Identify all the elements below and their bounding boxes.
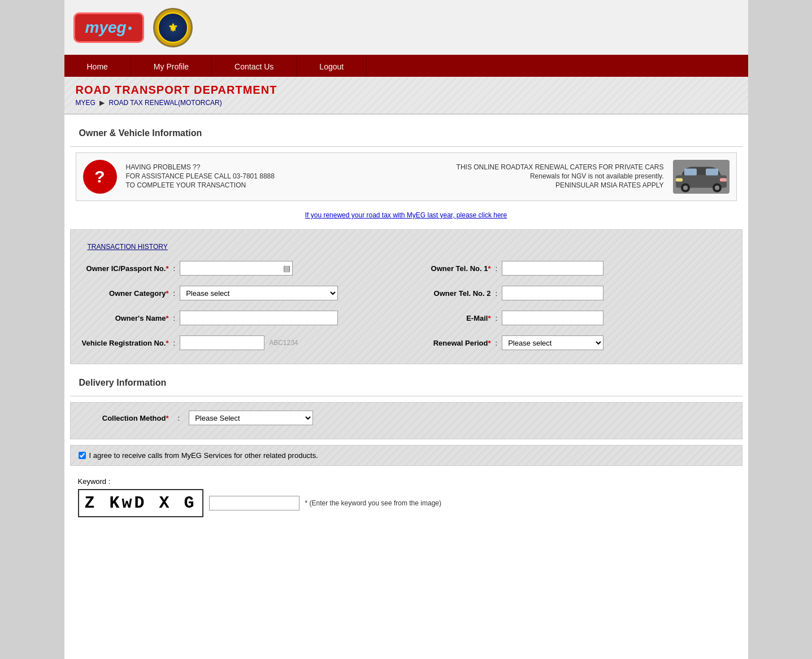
nav-contact-us[interactable]: Contact Us	[212, 56, 297, 77]
right-line2: Renewals for NGV is not available presen…	[400, 172, 664, 180]
svg-point-4	[683, 186, 688, 190]
owner-name-input[interactable]	[180, 311, 338, 325]
nav-home[interactable]: Home	[64, 56, 131, 77]
email-label: E-Mail*	[412, 314, 491, 322]
info-box: ? HAVING PROBLEMS ?? FOR ASSISTANCE PLEA…	[76, 152, 737, 201]
colon: :	[496, 264, 498, 273]
captcha-text: Z KwD X G	[85, 494, 197, 513]
owner-ic-input-wrapper: ▤	[180, 261, 293, 276]
owner-tel2-input[interactable]	[502, 286, 603, 300]
owner-category-select[interactable]: Please select	[180, 286, 338, 300]
logo-dot: ●	[128, 23, 132, 32]
agreement-checkbox-row: I agree to receive calls from MyEG Servi…	[70, 445, 742, 466]
delivery-section: Delivery Information	[70, 370, 742, 396]
delivery-section-title: Delivery Information	[70, 370, 742, 396]
info-right: THIS ONLINE ROADTAX RENEWAL CATERS FOR P…	[400, 163, 664, 190]
captcha-input[interactable]	[209, 496, 299, 510]
captcha-hint: * (Enter the keyword you see from the im…	[305, 499, 441, 507]
colon: :	[496, 314, 498, 322]
id-card-icon: ▤	[283, 264, 290, 273]
owner-ic-label: Owner IC/Passport No.*	[79, 264, 169, 273]
owner-tel1-input[interactable]	[502, 261, 603, 276]
vehicle-reg-row: Vehicle Registration No.* : ABC1234	[79, 335, 401, 350]
myeg-logo: myeg ●	[73, 12, 145, 43]
transaction-history-link-row: TRANSACTION HISTORY	[79, 238, 734, 255]
nav-my-profile[interactable]: My Profile	[131, 56, 212, 77]
navigation-bar: Home My Profile Contact Us Logout	[64, 56, 748, 77]
owner-tel1-row: Owner Tel. No. 1* :	[412, 261, 734, 276]
form-left-column: Owner IC/Passport No.* : ▤ Owner Categor…	[79, 261, 401, 356]
colon: :	[496, 289, 498, 298]
owner-category-label: Owner Category*	[79, 289, 169, 298]
email-row: E-Mail* :	[412, 311, 734, 325]
collection-method-row: Collection Method* : Please Select	[79, 411, 734, 425]
email-input[interactable]	[502, 311, 603, 325]
renewal-period-select[interactable]: Please select	[502, 335, 603, 350]
question-mark: ?	[94, 167, 105, 186]
owner-ic-input[interactable]	[180, 261, 293, 276]
owner-tel2-label: Owner Tel. No. 2	[412, 289, 491, 298]
vehicle-reg-group: ABC1234	[180, 335, 298, 350]
colon: :	[173, 314, 176, 322]
breadcrumb: MYEG ▶ ROAD TAX RENEWAL(MOTORCAR)	[76, 99, 737, 107]
collection-method-select[interactable]: Please Select	[189, 411, 313, 425]
nav-logout[interactable]: Logout	[297, 56, 367, 77]
colon: :	[178, 414, 180, 422]
question-icon: ?	[83, 160, 117, 194]
keyword-label: Keyword :	[78, 477, 735, 486]
click-here-section: If you renewed your road tax with MyEG l…	[70, 207, 742, 224]
owner-vehicle-form-section: TRANSACTION HISTORY Owner IC/Passport No…	[70, 229, 742, 364]
car-image	[673, 160, 730, 194]
owner-tel2-row: Owner Tel. No. 2 :	[412, 286, 734, 300]
owner-vehicle-section-title: Owner & Vehicle Information	[70, 120, 742, 147]
colon: :	[496, 339, 498, 347]
colon: :	[173, 264, 176, 273]
vehicle-reg-label: Vehicle Registration No.*	[79, 339, 169, 347]
call-line: FOR ASSISTANCE PLEASE CALL 03-7801 8888	[126, 172, 390, 180]
agreement-checkbox[interactable]	[79, 452, 86, 459]
svg-rect-7	[676, 178, 683, 182]
transaction-history-link[interactable]: TRANSACTION HISTORY	[88, 243, 168, 251]
captcha-section: Keyword : Z KwD X G * (Enter the keyword…	[70, 472, 742, 523]
owner-vehicle-section: Owner & Vehicle Information ? HAVING PRO…	[70, 120, 742, 224]
delivery-form: Collection Method* : Please Select	[70, 402, 742, 439]
page-header: myeg ● ⚜	[64, 0, 748, 56]
vehicle-reg-placeholder-text: ABC1234	[269, 339, 298, 347]
right-heading: THIS ONLINE ROADTAX RENEWAL CATERS FOR P…	[400, 163, 664, 171]
problem-heading: HAVING PROBLEMS ??	[126, 163, 390, 171]
captcha-row: Z KwD X G * (Enter the keyword you see f…	[78, 489, 735, 517]
click-here-link[interactable]: If you renewed your road tax with MyEG l…	[305, 211, 507, 219]
svg-rect-1	[684, 169, 697, 176]
owner-tel1-label: Owner Tel. No. 1*	[412, 264, 491, 273]
owner-name-row: Owner's Name* :	[79, 311, 401, 325]
info-text: HAVING PROBLEMS ?? FOR ASSISTANCE PLEASE…	[126, 163, 390, 190]
colon: :	[173, 289, 176, 298]
page-department-header: ROAD TRANSPORT DEPARTMENT MYEG ▶ ROAD TA…	[64, 77, 748, 115]
agreement-label: I agree to receive calls from MyEG Servi…	[89, 451, 318, 460]
captcha-image: Z KwD X G	[78, 489, 203, 517]
collection-method-label: Collection Method*	[79, 414, 169, 422]
logo-text: myeg	[85, 19, 127, 37]
form-right-column: Owner Tel. No. 1* : Owner Tel. No. 2 :	[412, 261, 734, 356]
svg-rect-8	[720, 178, 727, 182]
owner-ic-row: Owner IC/Passport No.* : ▤	[79, 261, 401, 276]
renewal-period-row: Renewal Period* : Please select	[412, 335, 734, 350]
svg-point-6	[715, 186, 719, 190]
renewal-period-label: Renewal Period*	[412, 339, 491, 347]
breadcrumb-current: ROAD TAX RENEWAL(MOTORCAR)	[109, 99, 222, 107]
breadcrumb-home[interactable]: MYEG	[76, 99, 95, 107]
owner-category-row: Owner Category* : Please select	[79, 286, 401, 300]
colon: :	[173, 339, 176, 347]
breadcrumb-arrow: ▶	[99, 99, 105, 107]
complete-line: TO COMPLETE YOUR TRANSACTION	[126, 181, 390, 189]
right-line3: PENINSULAR MSIA RATES APPLY	[400, 181, 664, 189]
page-title: ROAD TRANSPORT DEPARTMENT	[76, 84, 737, 97]
owner-name-label: Owner's Name*	[79, 314, 169, 322]
vehicle-reg-input[interactable]	[180, 335, 264, 350]
department-badge: ⚜	[153, 8, 193, 47]
svg-rect-2	[706, 169, 718, 176]
form-columns: Owner IC/Passport No.* : ▤ Owner Categor…	[79, 261, 734, 356]
badge-inner: ⚜	[158, 12, 188, 43]
